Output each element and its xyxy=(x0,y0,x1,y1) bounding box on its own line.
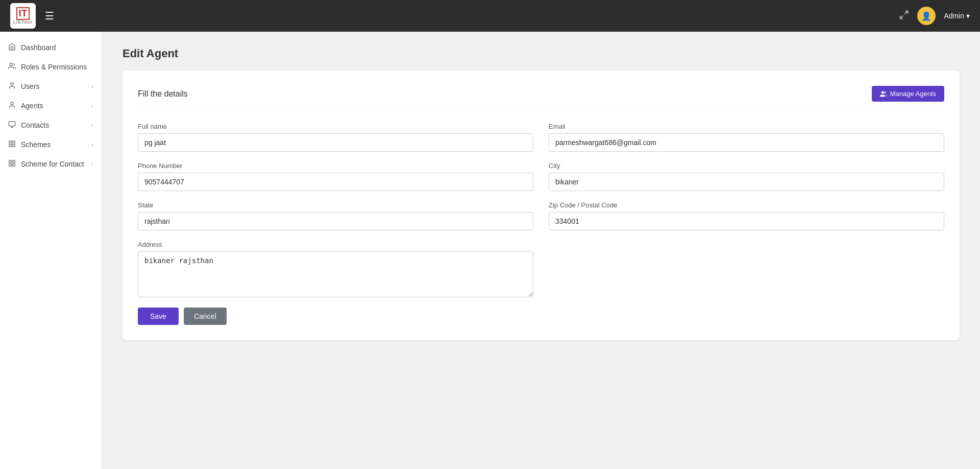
body-wrapper: Dashboard Roles & Permissions Users › Ag… xyxy=(0,32,980,469)
chevron-right-icon: › xyxy=(91,103,93,109)
sidebar-item-label: Scheme for Contact xyxy=(21,160,84,168)
form-group-state: State xyxy=(138,201,533,230)
contacts-icon xyxy=(8,121,16,130)
manage-agents-button[interactable]: Manage Agents xyxy=(872,86,944,102)
zip-input[interactable] xyxy=(549,212,944,230)
svg-point-2 xyxy=(10,63,12,66)
fullscreen-icon[interactable] xyxy=(899,10,909,22)
save-button[interactable]: Save xyxy=(138,308,179,325)
state-label: State xyxy=(138,201,533,209)
sidebar-item-users[interactable]: Users › xyxy=(0,77,102,96)
email-label: Email xyxy=(549,123,944,130)
svg-line-0 xyxy=(905,11,908,14)
logo: IT LibTaur xyxy=(10,3,36,29)
zip-label: Zip Code / Postal Code xyxy=(549,201,944,209)
sidebar-item-label: Dashboard xyxy=(21,43,56,52)
form-actions: Save Cancel xyxy=(138,308,944,325)
schemes-icon xyxy=(8,140,16,149)
svg-rect-13 xyxy=(13,160,15,162)
state-input[interactable] xyxy=(138,212,533,230)
agents-icon xyxy=(8,101,16,110)
svg-rect-15 xyxy=(9,164,11,166)
card-header: Fill the details Manage Agents xyxy=(138,86,944,110)
header-left: IT LibTaur ☰ xyxy=(10,3,54,29)
svg-rect-9 xyxy=(13,141,15,143)
users-icon xyxy=(8,82,16,91)
sidebar-item-label: Contacts xyxy=(21,121,49,129)
full-name-label: Full name xyxy=(138,123,533,130)
chevron-right-icon: › xyxy=(91,142,93,148)
phone-input[interactable] xyxy=(138,173,533,191)
chevron-right-icon: › xyxy=(91,122,93,128)
sidebar-item-schemes[interactable]: Schemes › xyxy=(0,135,102,154)
sidebar-item-label: Users xyxy=(21,82,40,90)
svg-point-4 xyxy=(11,102,13,105)
home-icon xyxy=(8,43,16,52)
svg-point-3 xyxy=(11,83,13,85)
sidebar: Dashboard Roles & Permissions Users › Ag… xyxy=(0,32,102,469)
header-right: 👤 Admin ▾ xyxy=(899,7,970,25)
sidebar-item-dashboard[interactable]: Dashboard xyxy=(0,38,102,57)
svg-line-1 xyxy=(900,15,903,18)
sidebar-item-label: Roles & Permissions xyxy=(21,63,87,71)
form-group-full-name: Full name xyxy=(138,123,533,152)
svg-rect-14 xyxy=(13,164,15,166)
form-row-4: Address bikaner rajsthan xyxy=(138,241,944,297)
chevron-right-icon: › xyxy=(91,83,93,89)
sidebar-item-agents[interactable]: Agents › xyxy=(0,96,102,115)
cancel-button[interactable]: Cancel xyxy=(184,308,227,325)
svg-rect-10 xyxy=(13,145,15,147)
form-row-1: Full name Email xyxy=(138,123,944,152)
admin-dropdown[interactable]: Admin ▾ xyxy=(944,12,970,20)
email-input[interactable] xyxy=(549,133,944,152)
avatar: 👤 xyxy=(917,7,936,25)
form-group-email: Email xyxy=(549,123,944,152)
city-input[interactable] xyxy=(549,173,944,191)
main-content: Edit Agent Fill the details Manage Agent… xyxy=(102,32,980,469)
form-group-city: City xyxy=(549,162,944,191)
sidebar-item-contacts[interactable]: Contacts › xyxy=(0,115,102,135)
scheme-contact-icon xyxy=(8,159,16,169)
full-name-input[interactable] xyxy=(138,133,533,152)
svg-rect-11 xyxy=(9,145,11,147)
sidebar-item-label: Schemes xyxy=(21,140,51,149)
svg-rect-12 xyxy=(9,160,11,162)
manage-agents-label: Manage Agents xyxy=(890,90,936,98)
chevron-right-icon: › xyxy=(91,161,93,167)
form-group-address: Address bikaner rajsthan xyxy=(138,241,533,297)
phone-label: Phone Number xyxy=(138,162,533,170)
hamburger-menu[interactable]: ☰ xyxy=(45,10,54,22)
sidebar-item-scheme-for-contact[interactable]: Scheme for Contact › xyxy=(0,154,102,174)
form-row-2: Phone Number City xyxy=(138,162,944,191)
sidebar-item-roles-permissions[interactable]: Roles & Permissions xyxy=(0,57,102,77)
svg-point-16 xyxy=(881,91,884,93)
card-subtitle: Fill the details xyxy=(138,89,188,99)
form-group-zip: Zip Code / Postal Code xyxy=(549,201,944,230)
edit-agent-card: Fill the details Manage Agents Full name… xyxy=(122,71,960,340)
sidebar-item-label: Agents xyxy=(21,102,43,110)
form-group-phone: Phone Number xyxy=(138,162,533,191)
city-label: City xyxy=(549,162,944,170)
svg-rect-8 xyxy=(9,141,11,143)
form-row-3: State Zip Code / Postal Code xyxy=(138,201,944,230)
address-textarea[interactable]: bikaner rajsthan xyxy=(138,251,533,297)
svg-rect-5 xyxy=(9,122,15,126)
page-title: Edit Agent xyxy=(122,47,960,60)
address-label: Address xyxy=(138,241,533,248)
roles-icon xyxy=(8,62,16,72)
top-header: IT LibTaur ☰ 👤 Admin ▾ xyxy=(0,0,980,32)
